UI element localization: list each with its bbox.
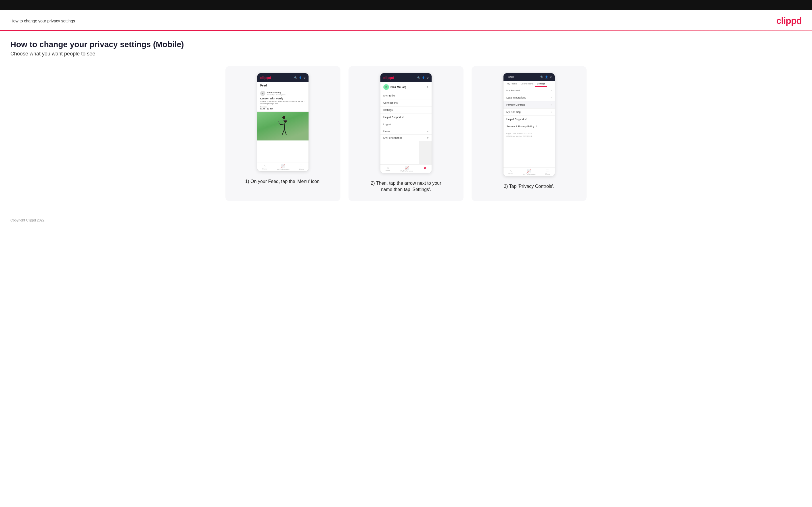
version-gql: GQL Server Version: 2022.7.30-1 bbox=[506, 135, 552, 137]
step-3-bottom-nav: ⌂ Home 📈 My Performance ☰ Menu bbox=[504, 167, 555, 176]
home-label-3: Home bbox=[508, 173, 513, 175]
svg-line-3 bbox=[280, 124, 285, 125]
step-3-card: ‹ Back 🔍 👤 ⚙ My Profile Connections Sett… bbox=[471, 66, 587, 201]
menu-item-logout-label: Logout bbox=[383, 123, 391, 126]
feed-post-name: Blair McHarg bbox=[267, 91, 286, 94]
chevron-right-icon-3: › bbox=[551, 103, 552, 106]
step-2-phone: clippd 🔍 👤 ⚙ B Bla bbox=[380, 73, 432, 173]
back-button: ‹ Back bbox=[506, 75, 514, 78]
svg-line-2 bbox=[285, 129, 287, 135]
settings-my-account: My Account › bbox=[504, 87, 555, 94]
step-2-card: clippd 🔍 👤 ⚙ B Bla bbox=[349, 66, 463, 201]
menu-overlay: B Blair McHarg ∧ My Profile Connections bbox=[380, 82, 432, 141]
feed-duration: Duration01 hr : 30 min bbox=[260, 106, 306, 110]
menu-icon-3: ☰ bbox=[546, 169, 549, 173]
menu-item-my-profile-label: My Profile bbox=[383, 94, 395, 97]
step-1-phone-content: Feed B Blair McHarg Yesterday · Sunningd… bbox=[257, 82, 308, 163]
header: How to change your privacy settings clip… bbox=[0, 10, 812, 30]
feed-duration-value: 01 hr : 30 min bbox=[260, 108, 273, 110]
top-bar bbox=[0, 0, 812, 10]
search-icon: 🔍 bbox=[294, 76, 297, 79]
chart-icon: 📈 bbox=[281, 164, 285, 168]
menu-section-home: Home ∨ bbox=[380, 128, 432, 135]
settings-version: Clippd Client Version: 2022.8.3-3 GQL Se… bbox=[504, 130, 555, 140]
home-icon: ⌂ bbox=[264, 164, 266, 168]
settings-icon-2: ⚙ bbox=[426, 76, 429, 79]
performance-label: My Performance bbox=[276, 168, 289, 170]
step-2-bottom-nav: ⌂ Home 📈 My Performance ✕ bbox=[380, 164, 432, 173]
step-1-phone: clippd 🔍 👤 ⚙ Feed B Bla bbox=[257, 73, 309, 171]
header-title: How to change your privacy settings bbox=[10, 19, 75, 23]
menu-user-name: Blair McHarg bbox=[391, 86, 407, 89]
svg-line-4 bbox=[278, 121, 280, 124]
step-3-topbar: ‹ Back 🔍 👤 ⚙ bbox=[504, 73, 555, 81]
menu-item-settings: Settings bbox=[380, 107, 432, 114]
search-icon-3: 🔍 bbox=[540, 75, 544, 78]
footer: Copyright Clippd 2022 bbox=[0, 213, 812, 228]
search-icon-2: 🔍 bbox=[417, 76, 420, 79]
settings-privacy-controls: Privacy Controls › bbox=[504, 101, 555, 109]
settings-data-integrations: Data Integrations › bbox=[504, 94, 555, 101]
nav-home: ⌂ Home bbox=[262, 164, 267, 170]
menu-item-help-label: Help & Support ↗ bbox=[383, 116, 404, 119]
tab-connections: Connections bbox=[519, 81, 535, 87]
step-2-caption: 2) Then, tap the arrow next to yourname … bbox=[371, 180, 441, 193]
page-heading: How to change your privacy settings (Mob… bbox=[10, 40, 802, 49]
menu-user-info: B Blair McHarg bbox=[383, 84, 407, 90]
home-icon-3: ⌂ bbox=[510, 169, 512, 173]
home-icon-2: ⌂ bbox=[387, 166, 389, 169]
performance-label-2: My Performance bbox=[401, 170, 413, 172]
step-1-phone-icons: 🔍 👤 ⚙ bbox=[294, 76, 306, 79]
feed-post-user: Blair McHarg Yesterday · Sunningdale bbox=[267, 91, 286, 96]
settings-my-account-label: My Account bbox=[506, 89, 520, 92]
svg-line-0 bbox=[285, 123, 285, 129]
step-3-phone: ‹ Back 🔍 👤 ⚙ My Profile Connections Sett… bbox=[503, 73, 555, 176]
feed-lesson-title: Lesson with Fordy bbox=[260, 97, 306, 100]
menu-icon: ☰ bbox=[300, 164, 303, 168]
chart-icon-3: 📈 bbox=[527, 169, 531, 173]
nav-menu: ☰ Menu bbox=[299, 164, 304, 170]
settings-privacy-controls-label: Privacy Controls bbox=[506, 103, 525, 106]
steps-container: clippd 🔍 👤 ⚙ Feed B Bla bbox=[10, 66, 802, 201]
user-icon: 👤 bbox=[299, 76, 302, 79]
menu-label-3: Menu bbox=[546, 173, 550, 175]
menu-item-connections-label: Connections bbox=[383, 101, 398, 104]
menu-item-my-profile: My Profile bbox=[380, 92, 432, 99]
settings-data-integrations-label: Data Integrations bbox=[506, 96, 526, 99]
nav-home-2: ⌂ Home bbox=[386, 166, 390, 172]
page-subheading: Choose what you want people to see bbox=[10, 51, 802, 57]
settings-icon: ⚙ bbox=[303, 76, 306, 79]
settings-my-golf-bag-label: My Golf Bag bbox=[506, 111, 521, 113]
settings-help-support: Help & Support ↗ bbox=[504, 116, 555, 123]
chart-icon-2: 📈 bbox=[405, 166, 409, 170]
svg-rect-6 bbox=[284, 120, 287, 121]
avatar: B bbox=[260, 91, 265, 96]
golfer-head bbox=[283, 116, 285, 119]
feed-lesson-desc: Looking to feel like my hands are exitin… bbox=[260, 101, 306, 105]
step-1-topbar: clippd 🔍 👤 ⚙ bbox=[257, 73, 308, 82]
settings-service-privacy: Service & Privacy Policy ↗ bbox=[504, 123, 555, 130]
step-1-card: clippd 🔍 👤 ⚙ Feed B Bla bbox=[225, 66, 341, 201]
user-icon-3: 👤 bbox=[545, 75, 548, 78]
feed-post: B Blair McHarg Yesterday · Sunningdale L… bbox=[257, 89, 308, 112]
nav-close: ✕ bbox=[423, 166, 426, 172]
user-icon-2: 👤 bbox=[422, 76, 425, 79]
header-divider bbox=[0, 30, 812, 31]
menu-item-settings-label: Settings bbox=[383, 109, 393, 111]
svg-line-1 bbox=[282, 129, 285, 135]
step-3-caption: 3) Tap 'Privacy Controls'. bbox=[504, 183, 554, 189]
version-client: Clippd Client Version: 2022.8.3-3 bbox=[506, 132, 552, 135]
menu-section-performance-label: My Performance bbox=[383, 136, 402, 139]
chevron-down-icon: ∨ bbox=[427, 130, 429, 133]
step-3-content: My Account › Data Integrations › Privacy… bbox=[504, 87, 555, 167]
close-icon: ✕ bbox=[423, 166, 426, 170]
menu-section-home-label: Home bbox=[383, 130, 390, 133]
logo: clippd bbox=[776, 15, 802, 26]
menu-item-logout: Logout bbox=[380, 121, 432, 128]
menu-avatar: B bbox=[383, 84, 389, 90]
tab-my-profile: My Profile bbox=[505, 81, 519, 87]
nav-performance: 📈 My Performance bbox=[276, 164, 289, 170]
nav-menu-3: ☰ Menu bbox=[546, 169, 550, 175]
settings-my-golf-bag: My Golf Bag › bbox=[504, 109, 555, 116]
chevron-down-icon-2: ∨ bbox=[427, 137, 429, 139]
